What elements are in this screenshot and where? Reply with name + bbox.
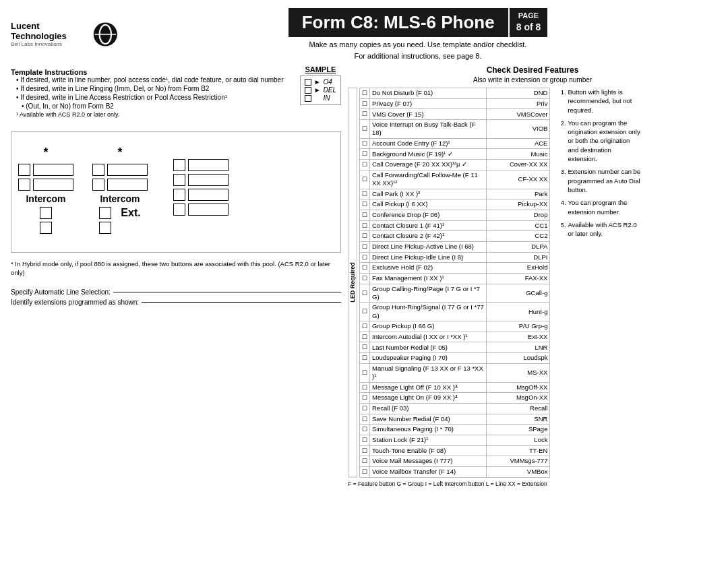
feature-checkbox-9[interactable]: ☐ [360, 199, 370, 210]
feature-code-29: Lock [486, 435, 549, 445]
feature-name-32: Voice Mailbox Transfer (F 14) [370, 467, 487, 478]
feature-checkbox-16[interactable]: ☐ [360, 274, 370, 284]
table-row: ☐ Do Not Disturb (F 01) DND [360, 88, 550, 99]
feature-checkbox-8[interactable]: ☐ [360, 189, 370, 199]
sample-entry-3: ► IN [305, 94, 336, 102]
feature-checkbox-6[interactable]: ☐ [360, 160, 370, 170]
feature-checkbox-17[interactable]: ☐ [360, 284, 370, 303]
feature-checkbox-29[interactable]: ☐ [360, 435, 370, 445]
table-row: ☐ Intercom Autodial (I XX or I *XX )¹ Ex… [360, 332, 550, 342]
sample-entry-1: ► O4 [305, 78, 336, 86]
feature-name-3: Voice Interrupt on Busy Talk-Back (F 18) [370, 120, 487, 139]
feature-checkbox-26[interactable]: ☐ [360, 403, 370, 414]
feature-code-28: SPage [486, 425, 549, 435]
feature-name-27: Save Number Redial (F 04) [370, 414, 487, 425]
feature-checkbox-24[interactable]: ☐ [360, 382, 370, 393]
note-4: You can program the extension number. [568, 198, 640, 216]
feature-checkbox-13[interactable]: ☐ [360, 241, 370, 252]
main-content: Template Instructions If desired, write … [11, 65, 717, 487]
feature-code-19: P/U Grp-g [486, 321, 549, 332]
btn-sq-1a [18, 164, 30, 176]
left-col: Template Instructions If desired, write … [11, 65, 341, 487]
feature-checkbox-22[interactable]: ☐ [360, 353, 370, 364]
btn-sq-3b [173, 174, 185, 186]
feature-code-23: MS-XX [486, 363, 549, 382]
feature-name-17: Group Calling-Ring/Page (I 7 G or I *7 G… [370, 284, 487, 303]
table-row: ☐ Call Pickup (I 6 XX) Pickup-XX [360, 199, 550, 210]
feature-checkbox-27[interactable]: ☐ [360, 414, 370, 425]
template-instruction-1: If desired, write in line number, pool a… [16, 76, 295, 84]
table-row: ☐ Save Number Redial (F 04) SNR [360, 414, 550, 425]
feature-checkbox-0[interactable]: ☐ [360, 88, 370, 99]
features-area: LED Required ☐ Do Not Disturb (F 01) DND… [348, 88, 717, 487]
sample-checkbox-1 [305, 79, 311, 86]
feature-name-22: Loudspeaker Paging (I 70) [370, 353, 487, 364]
feature-checkbox-7[interactable]: ☐ [360, 170, 370, 189]
template-instructions: Template Instructions If desired, write … [11, 65, 295, 121]
row-pair-3c [173, 189, 229, 201]
feature-checkbox-25[interactable]: ☐ [360, 393, 370, 404]
feature-checkbox-2[interactable]: ☐ [360, 109, 370, 120]
feature-checkbox-5[interactable]: ☐ [360, 149, 370, 160]
feature-code-6: Cover-XX XX [486, 160, 549, 170]
table-row: ☐ Call Forwarding/Call Follow-Me (F 11 X… [360, 170, 550, 189]
feature-code-31: VMMsgs-777 [486, 456, 549, 467]
feature-checkbox-21[interactable]: ☐ [360, 342, 370, 353]
feature-name-11: Contact Closure 1 (F 41)¹ [370, 220, 487, 231]
notes-col: Button with lights is recommended, but n… [553, 88, 640, 487]
note-2: You can program the origination extensio… [568, 119, 640, 163]
intercom-label-2: Intercom [100, 193, 140, 204]
note-3: Extension number can be programmed as Au… [568, 167, 640, 194]
template-instruction-3b: (Out, In, or No) from Form B2 [16, 102, 295, 110]
feature-code-14: DLPI [486, 252, 549, 263]
note-1: Button with lights is recommended, but n… [568, 88, 640, 115]
phone-col-1: * Intercom [18, 146, 73, 234]
logo-area: Lucent Technologies Bell Labs Innovation… [11, 20, 119, 49]
feature-checkbox-28[interactable]: ☐ [360, 425, 370, 435]
led-col-wrapper: LED Required [348, 88, 359, 478]
logo-icon [92, 20, 119, 49]
table-row: ☐ Fax Management (I XX )¹ FAX-XX [360, 274, 550, 284]
feature-checkbox-14[interactable]: ☐ [360, 252, 370, 263]
feature-checkbox-31[interactable]: ☐ [360, 456, 370, 467]
feature-checkbox-15[interactable]: ☐ [360, 263, 370, 274]
feature-name-16: Fax Management (I XX )¹ [370, 274, 487, 284]
led-label: LED Required [348, 88, 357, 478]
sample-checkbox-3 [305, 95, 311, 102]
feature-checkbox-10[interactable]: ☐ [360, 210, 370, 220]
feature-checkbox-19[interactable]: ☐ [360, 321, 370, 332]
feature-checkbox-30[interactable]: ☐ [360, 445, 370, 456]
row-pair-2d [99, 222, 140, 234]
feature-checkbox-3[interactable]: ☐ [360, 120, 370, 139]
features-table: ☐ Do Not Disturb (F 01) DND ☐ Privacy (F… [359, 88, 550, 478]
table-row: ☐ Background Music (F 19)¹ ✓ Music [360, 149, 550, 160]
phone-footnote: * In Hybrid mode only, if pool 880 is as… [11, 259, 341, 278]
btn-rect-3d [188, 204, 229, 216]
table-row: ☐ Station Lock (F 21)¹ Lock [360, 435, 550, 445]
btn-sq-1b [18, 179, 30, 191]
feature-checkbox-32[interactable]: ☐ [360, 467, 370, 478]
table-row: ☐ Voice Interrupt on Busy Talk-Back (F 1… [360, 120, 550, 139]
note-5: Available with ACS R2.0 or later only. [568, 220, 640, 239]
feature-name-24: Message Light Off (F 10 XX )⁴ [370, 382, 487, 393]
subtitle-line2: For additional instructions, see page 8. [119, 52, 717, 60]
feature-checkbox-18[interactable]: ☐ [360, 303, 370, 321]
feature-checkbox-23[interactable]: ☐ [360, 363, 370, 382]
feature-checkbox-12[interactable]: ☐ [360, 231, 370, 242]
bottom-fields: Specify Automatic Line Selection: Identi… [11, 288, 341, 306]
template-footnote: ¹ Available with ACS R2.0 or later only. [11, 111, 295, 118]
field-underline-1 [113, 292, 341, 292]
table-row: ☐ Touch-Tone Enable (F 08) TT-EN [360, 445, 550, 456]
feature-checkbox-20[interactable]: ☐ [360, 332, 370, 342]
feature-checkbox-4[interactable]: ☐ [360, 138, 370, 149]
feature-checkbox-11[interactable]: ☐ [360, 220, 370, 231]
sample-text-1: O4 [324, 78, 332, 86]
feature-name-10: Conference Drop (F 06) [370, 210, 487, 220]
row-pair-3b [173, 174, 229, 186]
sample-text-3: IN [324, 94, 330, 102]
template-instruction-3: If desired, write in Line Access Restric… [16, 94, 295, 101]
btn-rect-2a [107, 164, 148, 176]
feature-name-25: Message Light On (F 09 XX )⁴ [370, 393, 487, 404]
feature-checkbox-1[interactable]: ☐ [360, 98, 370, 109]
header: Lucent Technologies Bell Labs Innovation… [11, 8, 717, 60]
